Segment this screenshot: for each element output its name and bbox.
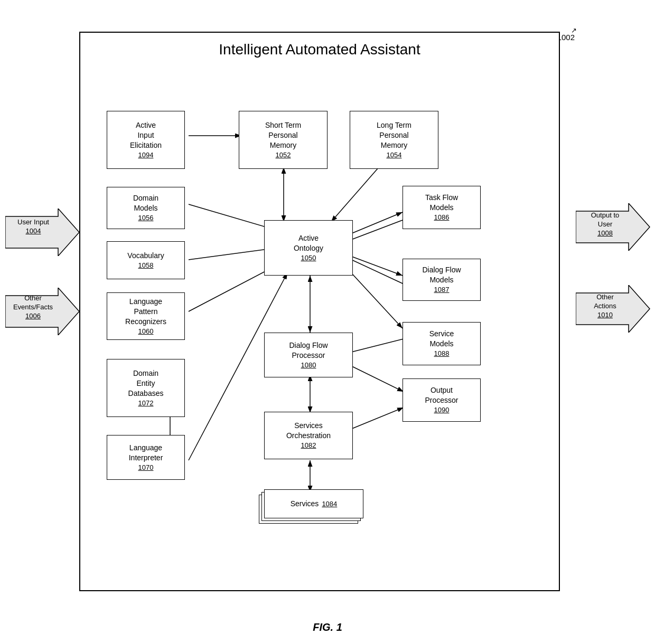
node-active-ontology-label: ActiveOntology	[294, 233, 323, 253]
node-domain-models-label: DomainModels	[133, 193, 158, 213]
node-long-term-label: Long TermPersonalMemory	[377, 120, 411, 150]
node-dialog-flow-models-ref: 1087	[434, 285, 450, 295]
main-diagram-box: Intelligent Automated Assistant	[79, 32, 560, 591]
node-active-input-ref: 1094	[138, 150, 154, 160]
ref-arrow: ↗	[571, 26, 577, 34]
node-services-orch-label: ServicesOrchestration	[286, 421, 331, 441]
output-user-label: Output toUser	[591, 211, 619, 228]
node-task-flow-ref: 1086	[434, 213, 450, 222]
node-active-ontology: ActiveOntology 1050	[264, 220, 353, 276]
node-domain-models-ref: 1056	[138, 213, 154, 223]
arrow-output-user: Output toUser 1008	[576, 203, 652, 253]
node-service-models-label: ServiceModels	[429, 329, 454, 349]
node-active-input: ActiveInputElicitation 1094	[107, 111, 185, 169]
node-dialog-flow-proc: Dialog FlowProcessor 1080	[264, 333, 353, 377]
other-actions-ref: 1010	[597, 311, 613, 319]
node-vocabulary: Vocabulary 1058	[107, 241, 185, 279]
node-task-flow: Task FlowModels 1086	[403, 186, 481, 229]
arrow-other-events: OtherEvents/Facts 1006	[5, 288, 82, 337]
node-services-orch-ref: 1082	[301, 441, 316, 450]
node-lang-pattern: LanguagePatternRecognizers 1060	[107, 292, 185, 340]
node-vocabulary-label: Vocabulary	[127, 251, 164, 261]
node-dialog-flow-proc-ref: 1080	[301, 361, 316, 370]
other-events-label: OtherEvents/Facts	[13, 294, 53, 311]
node-lang-pattern-ref: 1060	[138, 327, 154, 336]
node-services-ref: 1084	[322, 499, 337, 509]
node-services-label: Services	[291, 499, 319, 509]
svg-line-5	[331, 167, 379, 222]
node-active-ontology-ref: 1050	[301, 253, 316, 263]
arrow-other-actions: OtherActions 1010	[576, 285, 652, 335]
node-vocabulary-ref: 1058	[138, 261, 154, 270]
node-short-term-ref: 1052	[276, 150, 291, 160]
node-active-input-label: ActiveInputElicitation	[130, 120, 162, 150]
node-dialog-flow-models-label: Dialog FlowModels	[422, 265, 461, 285]
node-output-proc-ref: 1090	[434, 405, 450, 415]
node-task-flow-label: Task FlowModels	[425, 193, 458, 213]
node-domain-entity-label: DomainEntityDatabases	[128, 368, 164, 399]
page-container: 1002 ↗ Intelligent Automated Assistant	[0, 0, 655, 644]
node-domain-entity-ref: 1072	[138, 399, 154, 408]
node-service-models-ref: 1088	[434, 349, 450, 358]
node-long-term: Long TermPersonalMemory 1054	[350, 111, 438, 169]
figure-caption: FIG. 1	[313, 621, 342, 633]
other-actions-label: OtherActions	[594, 293, 616, 310]
node-domain-models: DomainModels 1056	[107, 187, 185, 229]
node-short-term: Short TermPersonalMemory 1052	[239, 111, 328, 169]
node-dialog-flow-models: Dialog FlowModels 1087	[403, 259, 481, 301]
node-domain-entity: DomainEntityDatabases 1072	[107, 359, 185, 417]
node-lang-interpreter-label: LanguageInterpreter	[129, 443, 163, 463]
node-services-orch: ServicesOrchestration 1082	[264, 412, 353, 459]
node-lang-interpreter: LanguageInterpreter 1070	[107, 435, 185, 480]
node-dialog-flow-proc-label: Dialog FlowProcessor	[289, 340, 328, 361]
node-short-term-label: Short TermPersonalMemory	[265, 120, 301, 150]
node-lang-interpreter-ref: 1070	[138, 463, 154, 472]
node-lang-pattern-label: LanguagePatternRecognizers	[125, 297, 166, 327]
node-long-term-ref: 1054	[387, 150, 402, 160]
user-input-ref: 1004	[26, 227, 41, 235]
node-output-proc-label: OutputProcessor	[425, 385, 458, 405]
output-user-ref: 1008	[597, 229, 613, 237]
diagram-title: Intelligent Automated Assistant	[80, 33, 559, 63]
arrow-user-input: User Input 1004	[5, 209, 82, 258]
node-services: Services 1084	[264, 489, 363, 518]
other-events-ref: 1006	[25, 312, 41, 320]
node-output-proc: OutputProcessor 1090	[403, 378, 481, 422]
user-input-label: User Input	[17, 218, 49, 226]
node-service-models: ServiceModels 1088	[403, 322, 481, 365]
